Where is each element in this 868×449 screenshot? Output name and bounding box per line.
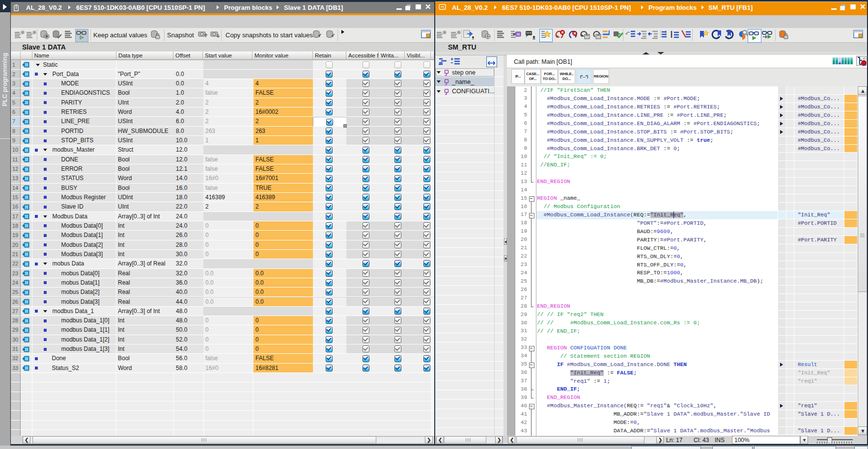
- svg-text:01: 01: [517, 33, 520, 36]
